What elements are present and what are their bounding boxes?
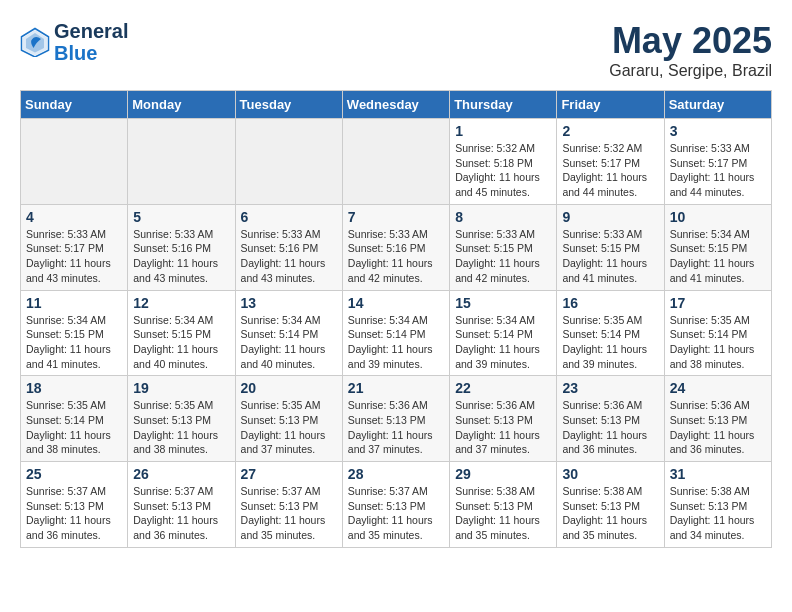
day-number: 20 (241, 380, 337, 396)
title-block: May 2025 Gararu, Sergipe, Brazil (609, 20, 772, 80)
day-info: Sunrise: 5:33 AMSunset: 5:16 PMDaylight:… (348, 227, 444, 286)
day-info: Sunrise: 5:34 AMSunset: 5:15 PMDaylight:… (26, 313, 122, 372)
day-info: Sunrise: 5:35 AMSunset: 5:14 PMDaylight:… (26, 398, 122, 457)
week-row-5: 25Sunrise: 5:37 AMSunset: 5:13 PMDayligh… (21, 462, 772, 548)
calendar-cell: 24Sunrise: 5:36 AMSunset: 5:13 PMDayligh… (664, 376, 771, 462)
day-number: 21 (348, 380, 444, 396)
calendar-cell: 25Sunrise: 5:37 AMSunset: 5:13 PMDayligh… (21, 462, 128, 548)
day-info: Sunrise: 5:33 AMSunset: 5:15 PMDaylight:… (562, 227, 658, 286)
day-number: 11 (26, 295, 122, 311)
day-info: Sunrise: 5:34 AMSunset: 5:14 PMDaylight:… (348, 313, 444, 372)
day-number: 27 (241, 466, 337, 482)
day-info: Sunrise: 5:33 AMSunset: 5:17 PMDaylight:… (26, 227, 122, 286)
day-number: 3 (670, 123, 766, 139)
day-number: 28 (348, 466, 444, 482)
calendar-cell: 18Sunrise: 5:35 AMSunset: 5:14 PMDayligh… (21, 376, 128, 462)
location-title: Gararu, Sergipe, Brazil (609, 62, 772, 80)
calendar-cell: 15Sunrise: 5:34 AMSunset: 5:14 PMDayligh… (450, 290, 557, 376)
logo-text: General Blue (54, 20, 128, 64)
col-tuesday: Tuesday (235, 91, 342, 119)
calendar-cell: 1Sunrise: 5:32 AMSunset: 5:18 PMDaylight… (450, 119, 557, 205)
week-row-4: 18Sunrise: 5:35 AMSunset: 5:14 PMDayligh… (21, 376, 772, 462)
day-number: 13 (241, 295, 337, 311)
day-info: Sunrise: 5:33 AMSunset: 5:16 PMDaylight:… (133, 227, 229, 286)
week-row-1: 1Sunrise: 5:32 AMSunset: 5:18 PMDaylight… (21, 119, 772, 205)
day-info: Sunrise: 5:34 AMSunset: 5:15 PMDaylight:… (670, 227, 766, 286)
col-wednesday: Wednesday (342, 91, 449, 119)
day-number: 24 (670, 380, 766, 396)
calendar-table: Sunday Monday Tuesday Wednesday Thursday… (20, 90, 772, 548)
day-number: 5 (133, 209, 229, 225)
calendar-cell: 17Sunrise: 5:35 AMSunset: 5:14 PMDayligh… (664, 290, 771, 376)
day-number: 7 (348, 209, 444, 225)
calendar-cell: 16Sunrise: 5:35 AMSunset: 5:14 PMDayligh… (557, 290, 664, 376)
calendar-cell: 20Sunrise: 5:35 AMSunset: 5:13 PMDayligh… (235, 376, 342, 462)
calendar-cell: 10Sunrise: 5:34 AMSunset: 5:15 PMDayligh… (664, 204, 771, 290)
day-info: Sunrise: 5:34 AMSunset: 5:15 PMDaylight:… (133, 313, 229, 372)
day-info: Sunrise: 5:35 AMSunset: 5:13 PMDaylight:… (241, 398, 337, 457)
calendar-cell: 4Sunrise: 5:33 AMSunset: 5:17 PMDaylight… (21, 204, 128, 290)
logo: General Blue (20, 20, 128, 64)
calendar-cell: 7Sunrise: 5:33 AMSunset: 5:16 PMDaylight… (342, 204, 449, 290)
day-info: Sunrise: 5:37 AMSunset: 5:13 PMDaylight:… (26, 484, 122, 543)
calendar-cell (21, 119, 128, 205)
day-info: Sunrise: 5:33 AMSunset: 5:15 PMDaylight:… (455, 227, 551, 286)
day-info: Sunrise: 5:34 AMSunset: 5:14 PMDaylight:… (455, 313, 551, 372)
calendar-cell: 14Sunrise: 5:34 AMSunset: 5:14 PMDayligh… (342, 290, 449, 376)
day-info: Sunrise: 5:37 AMSunset: 5:13 PMDaylight:… (133, 484, 229, 543)
col-friday: Friday (557, 91, 664, 119)
calendar-cell: 3Sunrise: 5:33 AMSunset: 5:17 PMDaylight… (664, 119, 771, 205)
calendar-cell: 8Sunrise: 5:33 AMSunset: 5:15 PMDaylight… (450, 204, 557, 290)
day-info: Sunrise: 5:35 AMSunset: 5:14 PMDaylight:… (670, 313, 766, 372)
col-monday: Monday (128, 91, 235, 119)
week-row-2: 4Sunrise: 5:33 AMSunset: 5:17 PMDaylight… (21, 204, 772, 290)
day-number: 29 (455, 466, 551, 482)
day-number: 25 (26, 466, 122, 482)
col-thursday: Thursday (450, 91, 557, 119)
col-sunday: Sunday (21, 91, 128, 119)
day-number: 17 (670, 295, 766, 311)
header-row: Sunday Monday Tuesday Wednesday Thursday… (21, 91, 772, 119)
day-number: 8 (455, 209, 551, 225)
calendar-cell (342, 119, 449, 205)
day-info: Sunrise: 5:37 AMSunset: 5:13 PMDaylight:… (348, 484, 444, 543)
day-info: Sunrise: 5:36 AMSunset: 5:13 PMDaylight:… (562, 398, 658, 457)
day-number: 12 (133, 295, 229, 311)
week-row-3: 11Sunrise: 5:34 AMSunset: 5:15 PMDayligh… (21, 290, 772, 376)
day-number: 18 (26, 380, 122, 396)
day-info: Sunrise: 5:33 AMSunset: 5:16 PMDaylight:… (241, 227, 337, 286)
day-info: Sunrise: 5:32 AMSunset: 5:17 PMDaylight:… (562, 141, 658, 200)
calendar-cell: 2Sunrise: 5:32 AMSunset: 5:17 PMDaylight… (557, 119, 664, 205)
calendar-cell: 19Sunrise: 5:35 AMSunset: 5:13 PMDayligh… (128, 376, 235, 462)
day-info: Sunrise: 5:37 AMSunset: 5:13 PMDaylight:… (241, 484, 337, 543)
day-info: Sunrise: 5:36 AMSunset: 5:13 PMDaylight:… (455, 398, 551, 457)
day-number: 10 (670, 209, 766, 225)
page-header: General Blue May 2025 Gararu, Sergipe, B… (20, 20, 772, 80)
calendar-cell: 29Sunrise: 5:38 AMSunset: 5:13 PMDayligh… (450, 462, 557, 548)
col-saturday: Saturday (664, 91, 771, 119)
calendar-cell: 28Sunrise: 5:37 AMSunset: 5:13 PMDayligh… (342, 462, 449, 548)
day-info: Sunrise: 5:34 AMSunset: 5:14 PMDaylight:… (241, 313, 337, 372)
calendar-cell: 21Sunrise: 5:36 AMSunset: 5:13 PMDayligh… (342, 376, 449, 462)
month-title: May 2025 (609, 20, 772, 62)
calendar-cell: 27Sunrise: 5:37 AMSunset: 5:13 PMDayligh… (235, 462, 342, 548)
day-info: Sunrise: 5:38 AMSunset: 5:13 PMDaylight:… (670, 484, 766, 543)
calendar-cell (235, 119, 342, 205)
day-number: 26 (133, 466, 229, 482)
day-number: 30 (562, 466, 658, 482)
day-number: 16 (562, 295, 658, 311)
day-number: 23 (562, 380, 658, 396)
day-info: Sunrise: 5:32 AMSunset: 5:18 PMDaylight:… (455, 141, 551, 200)
calendar-cell: 22Sunrise: 5:36 AMSunset: 5:13 PMDayligh… (450, 376, 557, 462)
day-number: 9 (562, 209, 658, 225)
day-info: Sunrise: 5:38 AMSunset: 5:13 PMDaylight:… (455, 484, 551, 543)
calendar-cell: 30Sunrise: 5:38 AMSunset: 5:13 PMDayligh… (557, 462, 664, 548)
day-number: 6 (241, 209, 337, 225)
day-info: Sunrise: 5:35 AMSunset: 5:14 PMDaylight:… (562, 313, 658, 372)
calendar-cell: 23Sunrise: 5:36 AMSunset: 5:13 PMDayligh… (557, 376, 664, 462)
day-number: 19 (133, 380, 229, 396)
day-number: 22 (455, 380, 551, 396)
day-number: 2 (562, 123, 658, 139)
day-info: Sunrise: 5:33 AMSunset: 5:17 PMDaylight:… (670, 141, 766, 200)
calendar-cell: 31Sunrise: 5:38 AMSunset: 5:13 PMDayligh… (664, 462, 771, 548)
